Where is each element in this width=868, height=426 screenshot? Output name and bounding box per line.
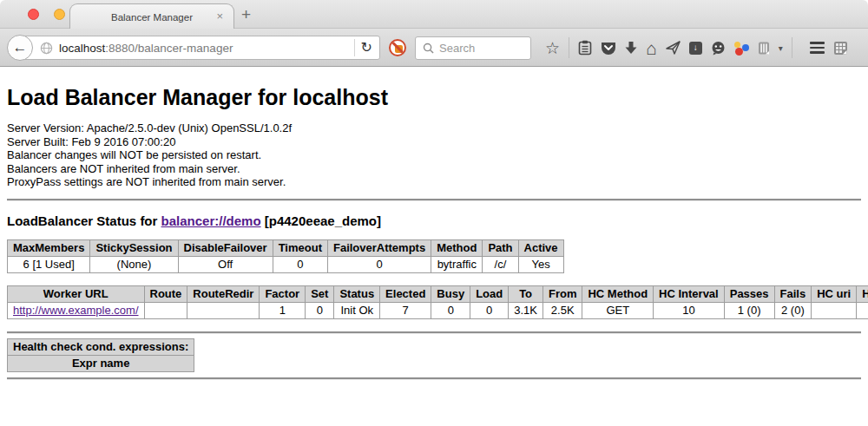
url-bar-divider <box>354 39 355 56</box>
column-header: Status <box>334 285 380 302</box>
new-tab-button[interactable]: + <box>241 5 251 24</box>
tab-close-icon[interactable]: × <box>216 10 223 23</box>
proxypass-note-line: ProxyPass settings are NOT inherited fro… <box>7 175 861 189</box>
table-cell: http://www.example.com/ <box>8 302 145 318</box>
plugin-blocked-slash <box>391 41 405 56</box>
table-cell: Yes <box>518 256 563 272</box>
column-header: Elected <box>380 285 431 302</box>
table-cell: 10 <box>654 302 725 318</box>
server-version-line: Server Version: Apache/2.5.0-dev (Unix) … <box>7 121 861 135</box>
square-download-icon[interactable]: ↓ <box>689 42 702 55</box>
table-cell: 0 <box>431 302 470 318</box>
plugin-blocked-icon[interactable] <box>389 39 406 56</box>
column-header: FailoverAttempts <box>327 239 431 256</box>
home-icon[interactable]: ⌂ <box>646 40 657 56</box>
column-header: Method <box>431 239 483 256</box>
column-header: Passes <box>724 285 774 302</box>
column-header: HC uri <box>812 285 857 302</box>
menu-hamburger-icon[interactable] <box>810 42 825 54</box>
search-icon <box>423 43 434 54</box>
column-header: From <box>542 285 582 302</box>
column-header: HC Interval <box>654 285 725 302</box>
grid-pages-icon[interactable] <box>833 41 848 56</box>
star-icon[interactable]: ☆ <box>545 40 560 56</box>
download-arrow-icon[interactable] <box>625 41 637 55</box>
table-cell <box>812 302 857 318</box>
column-header: Fails <box>774 285 812 302</box>
url-bar[interactable]: localhost:8880/balancer-manager ↻ <box>20 36 380 60</box>
column-header: Set <box>306 285 334 302</box>
reload-button[interactable]: ↻ <box>361 41 372 55</box>
table-cell: 0 <box>327 256 431 272</box>
loadbalancer-status-heading: LoadBalancer Status for balancer://demo … <box>7 213 861 228</box>
close-window-button[interactable] <box>28 9 39 20</box>
pocket-icon[interactable] <box>601 41 616 56</box>
section-divider <box>7 331 861 333</box>
table-cell: 6 [1 Used] <box>8 256 90 272</box>
table-cell: Off <box>178 256 273 272</box>
toolbar-icons: ☆ ⌂ ↓ ▾ <box>545 29 848 67</box>
persist-note-line: Balancer changes will NOT be persisted o… <box>7 148 861 162</box>
worker-url-link[interactable]: http://www.example.com/ <box>13 304 139 317</box>
url-path: :8880/balancer-manager <box>105 42 233 55</box>
table-cell: 3.1K <box>509 302 543 318</box>
inherit-note-line: Balancers are NOT inherited from main se… <box>7 162 861 176</box>
status-suffix: [p4420eeae_demo] <box>261 213 381 228</box>
tab-balancer-manager[interactable]: Balancer Manager × <box>69 3 234 29</box>
toolbar-divider <box>569 37 569 58</box>
balancer-summary-table: MaxMembersStickySessionDisableFailoverTi… <box>7 239 564 273</box>
table-cell: 1 <box>260 302 306 318</box>
clipboard-icon[interactable] <box>578 40 592 56</box>
toolbar-divider <box>792 37 792 58</box>
chat-smiley-icon[interactable] <box>711 41 726 56</box>
health-check-table: Health check cond. expressions:Expr name <box>7 338 194 372</box>
url-text[interactable]: localhost:8880/balancer-manager <box>59 42 348 55</box>
navigation-toolbar: ← localhost:8880/balancer-manager ↻ Sear… <box>0 29 868 67</box>
search-input[interactable]: Search <box>415 36 531 60</box>
column-header: Busy <box>431 285 470 302</box>
notes-icon[interactable] <box>758 41 770 56</box>
column-header: Factor <box>260 285 306 302</box>
column-header: RouteRedir <box>187 285 260 302</box>
section-divider <box>7 199 861 200</box>
table-cell: /c/ <box>483 256 518 272</box>
table-cell: 2 (0) <box>774 302 812 318</box>
table-cell: (None) <box>90 256 178 272</box>
globe-icon <box>40 42 53 55</box>
tab-title: Balancer Manager <box>111 12 193 23</box>
search-placeholder: Search <box>439 42 475 55</box>
column-header: MaxMembers <box>8 239 90 256</box>
page-content: Load Balancer Manager for localhost Serv… <box>0 67 868 379</box>
column-header: Worker URL <box>8 285 145 302</box>
column-header: DisableFailover <box>178 239 273 256</box>
url-host: localhost <box>59 42 105 55</box>
colored-dots-icon[interactable] <box>734 41 749 56</box>
column-header: HC Expr <box>857 285 868 302</box>
back-button[interactable]: ← <box>7 35 33 61</box>
table-cell: 2.5K <box>542 302 582 318</box>
status-prefix: LoadBalancer Status for <box>7 213 161 228</box>
dropdown-caret-icon[interactable]: ▾ <box>779 43 783 53</box>
page-title: Load Balancer Manager for localhost <box>7 85 861 110</box>
server-info: Server Version: Apache/2.5.0-dev (Unix) … <box>7 121 861 189</box>
column-header: Active <box>518 239 563 256</box>
column-header: Timeout <box>273 239 327 256</box>
send-plane-icon[interactable] <box>666 41 681 55</box>
server-built-line: Server Built: Feb 9 2016 07:00:20 <box>7 135 861 149</box>
table-cell: 0 <box>273 256 327 272</box>
table-title: Health check cond. expressions: <box>8 338 194 355</box>
table-cell: bytraffic <box>431 256 483 272</box>
table-row: 6 [1 Used](None)Off00bytraffic/c/Yes <box>8 256 564 272</box>
browser-window: Balancer Manager × + ← localhost:8880/ba… <box>0 0 868 426</box>
column-header: Expr name <box>8 355 194 371</box>
balancer-demo-link[interactable]: balancer://demo <box>161 213 261 228</box>
table-cell: 7 <box>380 302 431 318</box>
table-cell: foof2 <box>857 302 868 318</box>
table-cell <box>144 302 187 318</box>
table-cell <box>187 302 260 318</box>
column-header: To <box>509 285 543 302</box>
table-cell: 1 (0) <box>724 302 774 318</box>
section-divider <box>7 377 861 379</box>
minimize-window-button[interactable] <box>54 9 65 20</box>
titlebar: Balancer Manager × + <box>0 0 868 29</box>
